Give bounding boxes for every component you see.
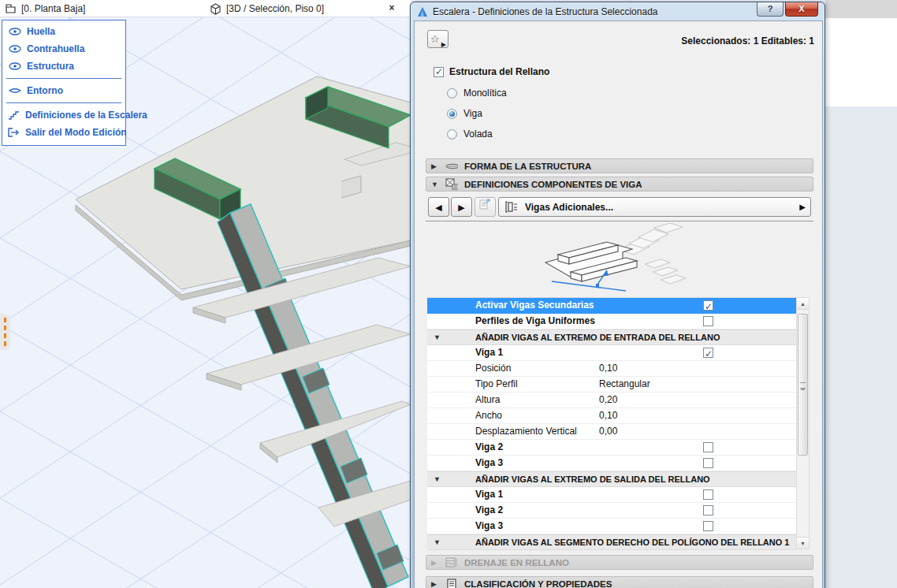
row-checkbox[interactable] xyxy=(703,316,713,326)
stair-structure-settings-dialog: Escalera - Definiciones de la Estructura… xyxy=(410,2,825,588)
next-component-button[interactable]: ▶ xyxy=(451,197,472,217)
row-value[interactable]: Rectangular xyxy=(599,377,650,392)
eye-icon xyxy=(8,28,21,35)
component-selector[interactable]: Vigas Adicionales... ▶ xyxy=(498,197,811,217)
table-group-row[interactable]: ▼AÑADIR VIGAS AL SEGMENTO DERECHO DEL PO… xyxy=(427,534,796,550)
eye-closed-icon xyxy=(8,87,21,95)
eye-icon xyxy=(8,45,21,53)
table-row[interactable]: Posición0,10 xyxy=(427,361,796,377)
table-row[interactable]: Viga 3 xyxy=(427,456,796,471)
row-label: Viga 1 xyxy=(475,345,503,360)
table-row[interactable]: Perfiles de Viga Uniformes xyxy=(427,314,796,329)
menu-item-definiciones-escalera[interactable]: Definiciones de la Escalera xyxy=(2,106,125,124)
table-row[interactable]: Viga 2 xyxy=(427,503,796,519)
dialog-titlebar[interactable]: Escalera - Definiciones de la Estructura… xyxy=(411,2,824,20)
row-label: Perfiles de Viga Uniformes xyxy=(475,314,595,329)
menu-item-huella[interactable]: Huella xyxy=(2,23,125,40)
scroll-thumb[interactable] xyxy=(798,314,808,456)
menu-item-salir-modo-edicion[interactable]: Salir del Modo Edición xyxy=(2,124,125,141)
section-definiciones-componentes[interactable]: ▼ DEFINICIONES COMPONENTES DE VIGA xyxy=(426,177,813,192)
table-scrollbar[interactable]: ▲ ▼ xyxy=(796,297,810,549)
radio-volada[interactable]: Volada xyxy=(447,128,493,140)
row-checkbox[interactable] xyxy=(703,442,713,452)
slab-shape-icon xyxy=(445,161,458,172)
table-row[interactable]: Activar Vigas Secundarias xyxy=(427,298,796,314)
dialog-title: Escalera - Definiciones de la Estructura… xyxy=(433,6,657,17)
tab-planta-baja[interactable]: [0. Planta Baja] xyxy=(5,0,85,17)
palette-handle[interactable] xyxy=(0,314,10,350)
table-row[interactable]: Desplazamiento Vertical0,00 xyxy=(427,424,796,440)
row-value[interactable]: 0,00 xyxy=(599,424,617,439)
row-label: AÑADIR VIGAS AL SEGMENTO DERECHO DEL POL… xyxy=(475,535,790,550)
scroll-up-icon[interactable]: ▲ xyxy=(797,298,809,310)
tab-close-icon[interactable]: × xyxy=(385,2,398,15)
row-label: Viga 1 xyxy=(475,487,503,502)
beam-preview-diagram xyxy=(508,223,733,296)
collapsed-triangle-icon: ▶ xyxy=(431,580,439,588)
table-row[interactable]: Viga 2 xyxy=(427,440,796,456)
table-row[interactable]: Viga 3 xyxy=(427,519,796,534)
row-checkbox[interactable] xyxy=(703,348,713,358)
menu-item-estructura[interactable]: Estructura xyxy=(2,58,125,75)
row-label: Activar Vigas Secundarias xyxy=(475,298,594,313)
expanded-triangle-icon[interactable]: ▼ xyxy=(434,535,441,550)
scroll-down-icon[interactable]: ▼ xyxy=(797,537,809,549)
row-label: AÑADIR VIGAS AL EXTREMO DE SALIDA DEL RE… xyxy=(475,472,710,487)
row-label: Desplazamiento Vertical xyxy=(475,424,577,439)
expanded-triangle-icon[interactable]: ▼ xyxy=(434,330,441,345)
table-group-row[interactable]: ▼AÑADIR VIGAS AL EXTREMO DE ENTRADA DEL … xyxy=(427,329,796,345)
menu-item-entorno[interactable]: Entorno xyxy=(2,82,125,99)
close-button[interactable]: X xyxy=(785,2,818,17)
document-icon xyxy=(445,579,458,588)
star-icon: ☆ xyxy=(430,33,440,45)
row-checkbox[interactable] xyxy=(703,505,713,515)
chevron-right-icon: ▶ xyxy=(441,36,446,53)
menu-separator xyxy=(6,102,121,103)
radio-viga[interactable]: Viga xyxy=(447,108,482,119)
row-checkbox[interactable] xyxy=(703,458,713,468)
table-row[interactable]: Tipo PerfilRectangular xyxy=(427,377,796,393)
radio-selected-icon[interactable] xyxy=(447,109,457,119)
table-row[interactable]: Viga 1 xyxy=(427,487,796,503)
row-label: Altura xyxy=(475,393,500,408)
table-row[interactable]: Ancho0,10 xyxy=(427,408,796,424)
expanded-triangle-icon[interactable]: ▼ xyxy=(434,472,441,487)
selection-status: Seleccionados: 1 Editables: 1 xyxy=(681,35,814,47)
landing-structure-checkbox[interactable] xyxy=(434,67,444,77)
beam-table: Activar Vigas SecundariasPerfiles de Vig… xyxy=(427,297,796,549)
radio-icon[interactable] xyxy=(447,129,457,140)
menu-separator xyxy=(6,78,121,79)
radio-icon[interactable] xyxy=(447,88,457,99)
section-clasificacion[interactable]: ▶ CLASIFICACIÓN Y PROPIEDADES xyxy=(426,576,813,588)
prev-component-button[interactable]: ◀ xyxy=(428,197,449,217)
help-button[interactable]: ? xyxy=(757,2,783,17)
favorites-button[interactable]: ☆ ▶ xyxy=(427,30,448,48)
separator xyxy=(426,221,813,221)
row-value[interactable]: 0,10 xyxy=(599,408,617,423)
radio-monolitica[interactable]: Monolítica xyxy=(447,87,507,99)
row-label: Viga 3 xyxy=(475,519,503,534)
row-value[interactable]: 0,20 xyxy=(599,393,617,408)
collapsed-triangle-icon: ▶ xyxy=(431,559,439,567)
landing-structure-checkbox-row[interactable]: Estructura del Rellano xyxy=(434,66,549,77)
row-label: Tipo Perfil xyxy=(475,377,518,392)
floor-plan-icon xyxy=(5,3,17,14)
row-label: Ancho xyxy=(475,408,502,423)
archicad-app-icon xyxy=(417,6,428,17)
tab-3d-seleccion[interactable]: [3D / Selección, Piso 0] xyxy=(210,0,324,17)
section-drenaje[interactable]: ▶ DRENAJE EN RELLANO xyxy=(426,555,813,570)
section-forma-estructura[interactable]: ▶ FORMA DE LA ESTRUCTURA xyxy=(426,158,813,173)
menu-item-contrahuella[interactable]: Contrahuella xyxy=(2,40,125,58)
transfer-settings-button[interactable] xyxy=(475,197,496,217)
table-row[interactable]: Altura0,20 xyxy=(427,393,796,408)
row-checkbox[interactable] xyxy=(703,489,713,500)
table-row[interactable]: Viga 1 xyxy=(427,345,796,361)
chevron-right-icon: ▶ xyxy=(799,203,806,211)
expanded-triangle-icon: ▼ xyxy=(431,180,439,188)
row-checkbox[interactable] xyxy=(703,521,713,531)
row-value[interactable]: 0,10 xyxy=(599,361,617,376)
dialog-body: ☆ ▶ Seleccionados: 1 Editables: 1 Estruc… xyxy=(414,20,823,588)
row-checkbox[interactable] xyxy=(703,300,713,311)
drainage-icon xyxy=(445,557,458,568)
table-group-row[interactable]: ▼AÑADIR VIGAS AL EXTREMO DE SALIDA DEL R… xyxy=(427,471,796,487)
